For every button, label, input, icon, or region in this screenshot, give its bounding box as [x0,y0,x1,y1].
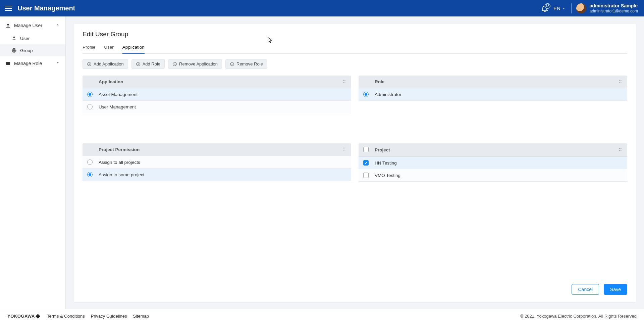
row-label: VMO Testing [375,173,400,178]
tab-application[interactable]: Application [122,43,145,54]
language-label: EN [553,5,560,11]
add-role-button[interactable]: Add Role [131,59,165,69]
row-label: Administrator [375,92,401,97]
checkbox-icon[interactable] [363,173,369,178]
role-row[interactable]: Administrator [359,88,627,101]
project-row[interactable]: VMO Testing [359,169,627,182]
user-icon [11,36,17,41]
chevron-up-icon [55,22,60,28]
minus-circle-icon [230,62,234,66]
row-label: HN Testing [375,160,397,166]
user-email: administrator1@demo.com [590,9,638,13]
button-label: Remove Application [179,61,218,66]
chevron-down-icon [55,60,60,66]
user-block[interactable]: administrator Sample administrator1@demo… [590,3,638,13]
row-label: Asset Management [99,92,138,97]
footer-link-sitemap[interactable]: Sitemap [133,314,149,319]
remove-application-button[interactable]: Remove Application [168,59,222,69]
brand-text: YOKOGAWA [7,314,35,319]
application-panel: Application Asset Management User Manage… [83,76,351,113]
main-area: Edit User Group Profile User Application… [66,16,644,309]
diamond-icon [36,314,40,318]
chevron-down-icon [562,6,566,10]
toolbar: Add Application Add Role Remove Applicat… [83,59,627,69]
role-panel: Role Administrator [359,76,627,113]
sidebar-item-label: User [20,36,30,41]
notification-bell[interactable]: 13 [541,4,549,12]
row-label: Assign to all projects [99,160,140,165]
user-name: administrator Sample [590,3,638,9]
minus-circle-icon [172,62,177,66]
sidebar-group-manage-user[interactable]: Manage User [0,18,65,32]
panel-header: Project [375,147,390,152]
globe-icon [11,48,17,53]
panel-header: Role [375,79,384,84]
radio-icon[interactable] [87,92,93,97]
sidebar-item-user[interactable]: User [0,32,65,44]
cancel-button[interactable]: Cancel [572,284,599,295]
radio-icon[interactable] [87,104,93,109]
sidebar-item-label: Group [20,48,33,53]
button-label: Remove Role [236,61,263,66]
button-label: Add Application [94,61,124,66]
app-title: User Management [17,4,75,12]
sidebar-group-label: Manage User [14,23,42,28]
panel-header: Project Permission [99,147,140,152]
svg-rect-3 [6,62,10,65]
sort-icon[interactable] [618,79,623,85]
select-all-checkbox[interactable] [363,147,369,152]
panel-header: Application [99,79,123,84]
id-card-icon [5,61,11,66]
menu-icon[interactable] [5,5,12,12]
tab-user[interactable]: User [104,43,114,53]
card-footer: Cancel Save [83,284,627,295]
remove-role-button[interactable]: Remove Role [225,59,267,69]
footer-link-terms[interactable]: Terms & Conditions [47,314,85,319]
row-label: Assign to some project [99,172,145,177]
checkbox-icon[interactable] [363,160,369,166]
row-label: User Management [99,104,136,109]
application-row[interactable]: Asset Management [83,88,351,101]
permission-row[interactable]: Assign to all projects [83,156,351,169]
project-row[interactable]: HN Testing [359,157,627,169]
radio-icon[interactable] [87,172,93,177]
copyright-text: © 2021, Yokogawa Electric Corporation. A… [520,314,637,319]
sort-icon[interactable] [342,79,346,85]
sidebar-group-manage-role[interactable]: Manage Role [0,56,65,70]
brand-logo: YOKOGAWA [7,314,40,319]
tab-profile[interactable]: Profile [83,43,95,53]
sidebar: Manage User User Group Manage Role [0,16,66,309]
content-card: Edit User Group Profile User Application… [74,24,636,302]
sort-icon[interactable] [342,147,346,152]
application-row[interactable]: User Management [83,101,351,113]
permission-panel: Project Permission Assign to all project… [83,143,351,182]
user-circle-icon [5,23,11,28]
save-button[interactable]: Save [604,284,627,295]
sidebar-group-label: Manage Role [14,61,42,66]
svg-point-1 [13,37,15,38]
sort-icon[interactable] [618,147,623,153]
footer: YOKOGAWA Terms & Conditions Privacy Guid… [0,309,644,323]
sidebar-item-group[interactable]: Group [0,44,65,56]
tabs: Profile User Application [83,43,627,54]
radio-icon[interactable] [363,92,369,97]
language-selector[interactable]: EN [553,5,566,11]
plus-circle-icon [136,62,141,66]
radio-icon[interactable] [87,159,93,165]
page-title: Edit User Group [83,31,627,38]
footer-link-privacy[interactable]: Privacy Guidelines [91,314,127,319]
plus-circle-icon [87,62,92,66]
add-application-button[interactable]: Add Application [83,59,128,69]
button-label: Add Role [143,61,160,66]
notification-count: 13 [545,3,550,9]
permission-row[interactable]: Assign to some project [83,169,351,181]
divider [571,3,572,13]
svg-point-0 [7,24,9,25]
avatar[interactable] [576,3,586,13]
project-panel: Project HN Testing VMO Testing [359,143,627,182]
app-header: User Management 13 EN administrator Samp… [0,0,644,16]
